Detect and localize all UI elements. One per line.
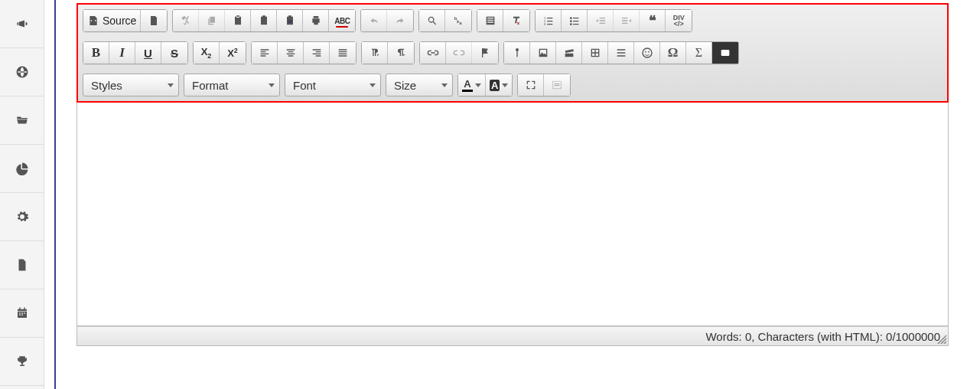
strike-button[interactable]: S [161, 42, 187, 64]
unlink-button[interactable] [446, 42, 472, 64]
div-container-button[interactable]: DIV</> [666, 10, 692, 31]
sidebar-item-settings[interactable] [0, 193, 44, 241]
ltr-icon [369, 47, 381, 59]
sidebar-item-globe[interactable] [0, 48, 44, 96]
blocks-icon [551, 79, 563, 91]
sidebar-item-trophy[interactable] [0, 338, 44, 386]
group-colors: A A [457, 74, 513, 96]
copy-button[interactable] [199, 10, 225, 31]
find-button[interactable] [419, 10, 445, 31]
ol-icon: 123 [542, 15, 555, 27]
copy-icon [206, 15, 218, 27]
spellcheck-button[interactable]: ABC [329, 10, 355, 31]
show-blocks-button[interactable] [544, 74, 570, 96]
svg-point-12 [643, 48, 652, 57]
clapper-icon [563, 47, 575, 59]
hr-icon [615, 47, 627, 59]
styles-dropdown[interactable]: Styles [83, 74, 179, 96]
sidebar-item-document[interactable] [0, 241, 44, 289]
superscript-icon: X2 [227, 47, 238, 59]
ltr-button[interactable] [362, 42, 388, 64]
align-justify-button[interactable] [330, 42, 356, 64]
group-undo [360, 9, 414, 32]
svg-text:x: x [517, 21, 520, 25]
svg-point-9 [570, 23, 572, 25]
cut-button[interactable] [173, 10, 199, 31]
sidebar-item-calendar[interactable] [0, 289, 44, 338]
numbered-list-button[interactable]: 123 [536, 10, 562, 31]
new-page-button[interactable] [141, 10, 167, 31]
smiley-button[interactable] [634, 42, 660, 64]
paste-button[interactable] [225, 10, 251, 31]
unlink-icon [453, 47, 465, 59]
group-clipboard: W ABC [172, 9, 356, 32]
redo-button[interactable] [387, 10, 413, 31]
source-button[interactable]: Source [83, 10, 141, 31]
folder-open-icon [15, 113, 29, 127]
superscript-button[interactable]: X2 [220, 42, 246, 64]
iframe-button[interactable] [712, 42, 738, 64]
styles-label: Styles [91, 79, 122, 92]
globe-icon [15, 65, 29, 79]
placeholder-button[interactable] [504, 42, 530, 64]
undo-button[interactable] [361, 10, 387, 31]
flash-button[interactable] [556, 42, 582, 64]
blockquote-button[interactable]: ❝ [640, 10, 666, 31]
paste-word-icon: W [284, 15, 296, 27]
svg-point-14 [648, 51, 650, 53]
resize-grip-icon[interactable] [937, 335, 946, 344]
group-direction [361, 41, 415, 64]
align-center-button[interactable] [278, 42, 304, 64]
smiley-icon [641, 47, 653, 59]
size-label: Size [394, 79, 416, 92]
print-button[interactable] [303, 10, 329, 31]
align-left-button[interactable] [252, 42, 278, 64]
specialchar-button[interactable]: Ω [660, 42, 686, 64]
select-all-icon [484, 15, 497, 27]
indent-icon [620, 15, 633, 27]
sigma-icon: Σ [695, 46, 702, 60]
align-right-icon [311, 47, 323, 59]
size-dropdown[interactable]: Size [386, 74, 453, 96]
hr-button[interactable] [608, 42, 634, 64]
editor-content-area[interactable] [77, 103, 949, 326]
rtl-button[interactable] [388, 42, 414, 64]
subscript-button[interactable]: X2 [194, 42, 220, 64]
sidebar-item-chart[interactable] [0, 145, 44, 193]
sidebar-item-announcements[interactable] [0, 0, 44, 48]
bullet-list-button[interactable] [562, 10, 588, 31]
anchor-button[interactable] [472, 42, 498, 64]
remove-format-icon: x [510, 15, 523, 27]
bullhorn-icon [15, 17, 29, 31]
group-lists: 123 ❝ DIV</> [535, 9, 692, 32]
remove-format-button[interactable]: x [503, 10, 529, 31]
italic-button[interactable]: I [109, 42, 135, 64]
bold-button[interactable]: B [83, 42, 109, 64]
div-icon: DIV</> [673, 15, 685, 27]
outdent-button[interactable] [588, 10, 614, 31]
indent-button[interactable] [614, 10, 640, 31]
svg-rect-11 [516, 51, 517, 57]
vertical-divider [54, 0, 56, 389]
align-center-icon [285, 47, 297, 59]
group-find: ba [418, 9, 472, 32]
text-color-button[interactable]: A [458, 74, 486, 96]
sidebar-item-folder[interactable] [0, 96, 44, 145]
image-button[interactable] [530, 42, 556, 64]
font-label: Font [293, 79, 316, 92]
replace-button[interactable]: ba [445, 10, 471, 31]
paste-word-button[interactable]: W [277, 10, 303, 31]
ul-icon [568, 15, 581, 27]
paste-text-button[interactable] [251, 10, 277, 31]
underline-button[interactable]: U [135, 42, 161, 64]
font-dropdown[interactable]: Font [285, 74, 381, 96]
math-button[interactable]: Σ [686, 42, 712, 64]
link-button[interactable] [420, 42, 446, 64]
format-dropdown[interactable]: Format [184, 74, 280, 96]
word-count: Words: 0, Characters (with HTML): 0/1000… [705, 330, 940, 343]
align-right-button[interactable] [304, 42, 330, 64]
table-button[interactable] [582, 42, 608, 64]
bg-color-button[interactable]: A [486, 74, 512, 96]
select-all-button[interactable] [477, 10, 503, 31]
maximize-button[interactable] [518, 74, 544, 96]
